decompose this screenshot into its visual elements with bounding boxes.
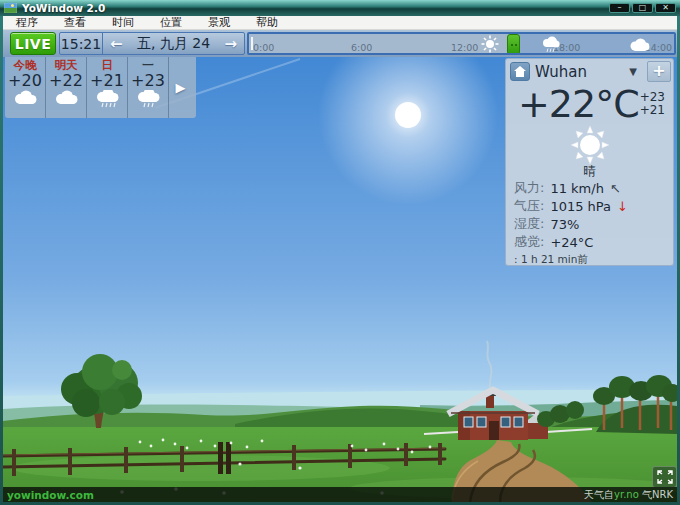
sun [395, 102, 421, 128]
forecast-card-monday[interactable]: 一 +23 [128, 57, 169, 118]
attribution-suffix: 气NRK [639, 489, 673, 500]
cloud-icon [51, 90, 81, 106]
wind-direction-arrow: ↖ [610, 181, 621, 196]
current-date: 五, 九月 24 [137, 35, 210, 53]
pressure-row: 气压: 1015 hPa ↓ [514, 197, 673, 215]
tick-12: 12:00 [451, 42, 478, 53]
location-name[interactable]: Wuhan [535, 63, 629, 81]
location-dropdown-arrow[interactable]: ▼ [629, 66, 637, 77]
last-updated: : 1 h 21 min前 [506, 251, 673, 267]
fullscreen-button[interactable] [652, 466, 677, 488]
low-temperature: +21 [640, 104, 665, 117]
condition-label: 晴 [583, 164, 596, 177]
prev-day-arrow[interactable]: ← [110, 35, 123, 53]
forecast-card-tonight[interactable]: 今晚 +20 [5, 57, 46, 118]
menu-landscape[interactable]: 景观 [195, 16, 243, 29]
home-icon [514, 66, 526, 77]
feels-like-row: 感觉: +24°C [514, 233, 673, 251]
humidity-label: 湿度: [514, 215, 544, 233]
minimize-button[interactable]: – [609, 3, 630, 13]
rain-cloud-icon [92, 90, 122, 108]
next-day-arrow[interactable]: → [224, 35, 237, 53]
forecast-panel: 今晚 +20 明天 +22 日 +21 一 + [5, 57, 196, 118]
maximize-button[interactable]: □ [632, 3, 653, 13]
menu-view[interactable]: 查看 [51, 16, 99, 29]
humidity-row: 湿度: 73% [514, 215, 673, 233]
fullscreen-arrows-icon [657, 470, 673, 484]
weather-details: 风力: 11 km/h ↖ 气压: 1015 hPa ↓ 湿度: 73% 感觉:… [506, 177, 673, 251]
forecast-temp: +23 [131, 72, 165, 90]
yowindow-app: YoWindow 2.0 – □ ✕ 程序 查看 时间 位置 景观 帮助 LIV… [0, 0, 680, 505]
menu-location[interactable]: 位置 [147, 16, 195, 29]
home-location-button[interactable] [510, 62, 530, 81]
cloud-icon [627, 38, 651, 52]
yowindow-link[interactable]: yowindow.com [7, 489, 584, 501]
wind-value: 11 km/h [550, 181, 604, 196]
forecast-card-tomorrow[interactable]: 明天 +22 [46, 57, 87, 118]
attribution-prefix: 天气自 [584, 489, 614, 500]
current-time: 15:21 [60, 33, 103, 54]
time-slider-handle[interactable] [507, 34, 520, 55]
forecast-more-button[interactable]: ▶ [169, 57, 192, 118]
time-slider-track[interactable]: 0:00 6:00 12:00 18:00 24:00 [247, 32, 676, 55]
pressure-value: 1015 hPa [550, 199, 611, 214]
yrno-link[interactable]: yr.no [614, 489, 639, 500]
forecast-card-sunday[interactable]: 日 +21 [87, 57, 128, 118]
forecast-temp: +21 [90, 72, 124, 90]
app-icon [4, 3, 17, 13]
location-row: Wuhan ▼ + [506, 59, 673, 84]
window-title: YoWindow 2.0 [22, 2, 105, 14]
toolbar: LIVE 15:21 ← 五, 九月 24 → 0:00 6:00 12:00 … [3, 30, 677, 57]
wind-row: 风力: 11 km/h ↖ [514, 179, 673, 197]
footer-bar: yowindow.com 天气自yr.no 气NRK [3, 487, 677, 502]
grass-highlight [10, 455, 390, 481]
time-date-segment: 15:21 ← 五, 九月 24 → [59, 32, 245, 55]
feels-like-label: 感觉: [514, 233, 544, 251]
menu-program[interactable]: 程序 [3, 16, 51, 29]
pressure-label: 气压: [514, 197, 544, 215]
live-button[interactable]: LIVE [10, 32, 56, 55]
title-bar[interactable]: YoWindow 2.0 – □ ✕ [0, 0, 680, 16]
humidity-value: 73% [550, 217, 579, 232]
menu-bar: 程序 查看 时间 位置 景观 帮助 [3, 16, 677, 30]
menu-help[interactable]: 帮助 [243, 16, 291, 29]
wind-label: 风力: [514, 179, 544, 197]
add-location-button[interactable]: + [647, 61, 671, 82]
sunny-icon [569, 124, 611, 166]
temperature-row: +22°C +23 +21 [506, 84, 673, 124]
forecast-temp: +20 [8, 72, 42, 90]
menu-time[interactable]: 时间 [99, 16, 147, 29]
current-temperature: +22°C [518, 84, 639, 124]
weather-attribution: 天气自yr.no 气NRK [584, 488, 673, 502]
tick-6: 6:00 [351, 42, 372, 53]
forecast-temp: +22 [49, 72, 83, 90]
weather-panel: Wuhan ▼ + +22°C +23 +21 晴 [505, 58, 674, 266]
rain-cloud-icon [133, 90, 163, 108]
close-button[interactable]: ✕ [655, 3, 676, 13]
condition-block: 晴 [506, 124, 673, 177]
sun-icon [481, 35, 499, 53]
tick-0: 0:00 [253, 42, 274, 53]
feels-like-value: +24°C [550, 235, 593, 250]
pressure-trend-arrow: ↓ [617, 199, 628, 214]
cloud-icon [10, 90, 40, 106]
rain-cloud-icon [540, 36, 562, 54]
